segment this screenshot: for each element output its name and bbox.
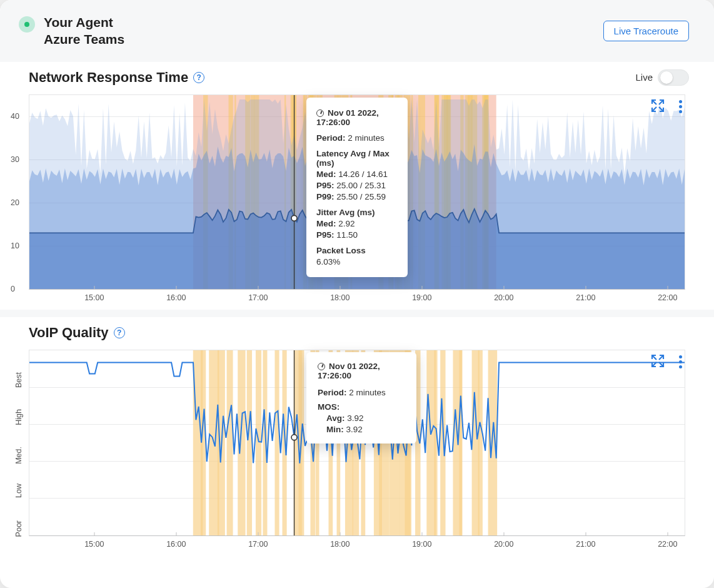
svg-rect-50 — [256, 350, 261, 535]
chart-tooltip-network: Nov 01 2022, 17:26:00 Period: 2 minutes … — [306, 98, 408, 277]
app-frame: Your Agent Azure Teams Live Traceroute N… — [0, 0, 714, 588]
panel-voip-quality: VoIP Quality ? BestHighMed.LowPoor 15:00… — [0, 317, 714, 556]
panel-network-response: Network Response Time ? Live 010203040 — [0, 62, 714, 310]
status-dot-icon — [19, 16, 35, 33]
expand-icon[interactable] — [650, 98, 665, 116]
svg-rect-76 — [488, 350, 498, 535]
svg-rect-49 — [247, 350, 252, 535]
header: Your Agent Azure Teams Live Traceroute — [0, 0, 714, 62]
chart-menu-button[interactable] — [675, 100, 685, 113]
svg-rect-70 — [434, 350, 437, 535]
live-label: Live — [635, 72, 653, 83]
svg-rect-75 — [478, 350, 483, 535]
svg-rect-44 — [201, 350, 206, 535]
service-name: Azure Teams — [44, 31, 124, 48]
clock-icon — [316, 109, 324, 117]
chart-tooltip-voip: Nov 01 2022, 17:26:00 Period: 2 minutes … — [306, 352, 416, 444]
clock-icon — [318, 363, 325, 370]
help-icon[interactable]: ? — [193, 72, 204, 83]
chart-menu-button[interactable] — [675, 355, 685, 368]
help-icon[interactable]: ? — [114, 327, 125, 338]
live-traceroute-button[interactable]: Live Traceroute — [603, 21, 689, 41]
live-toggle[interactable] — [658, 69, 689, 86]
panel-title: Network Response Time — [29, 69, 188, 86]
expand-icon[interactable] — [650, 353, 665, 371]
svg-rect-71 — [440, 350, 445, 535]
svg-rect-47 — [227, 350, 233, 535]
svg-point-78 — [291, 434, 297, 440]
svg-rect-52 — [274, 350, 279, 535]
svg-rect-51 — [263, 350, 267, 535]
agent-name: Your Agent — [44, 14, 124, 31]
panel-title: VoIP Quality — [29, 325, 109, 341]
svg-rect-73 — [459, 350, 461, 535]
svg-point-42 — [291, 215, 297, 221]
svg-rect-53 — [283, 350, 287, 535]
